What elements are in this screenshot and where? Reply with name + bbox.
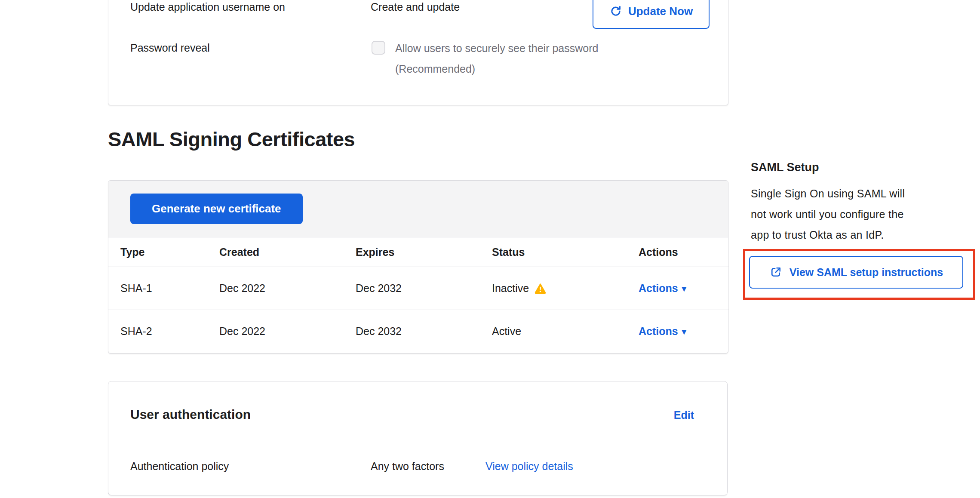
certificates-table: Type Created Expires Status Actions SHA-… (108, 238, 729, 353)
edit-link[interactable]: Edit (674, 409, 694, 421)
password-reveal-checkbox[interactable] (372, 41, 385, 55)
user-authentication-title: User authentication (130, 407, 251, 422)
cell-expires: Dec 2032 (344, 267, 480, 310)
column-header-expires: Expires (344, 238, 480, 267)
cell-created: Dec 2022 (207, 310, 344, 353)
actions-dropdown[interactable]: Actions ▾ (639, 325, 686, 338)
saml-setup-description: Single Sign On using SAML will not work … (751, 183, 923, 245)
cell-actions: Actions ▾ (627, 310, 729, 353)
cell-type: SHA-1 (108, 267, 207, 310)
certificates-toolbar: Generate new certificate (108, 181, 728, 237)
update-now-label: Update Now (628, 5, 693, 18)
password-reveal-option-line2: (Recommended) (395, 63, 475, 75)
refresh-icon (609, 5, 622, 18)
external-link-icon (769, 266, 782, 279)
status-text: Inactive (492, 282, 529, 295)
update-now-button[interactable]: Update Now (593, 0, 710, 29)
table-header-row: Type Created Expires Status Actions (108, 238, 729, 267)
column-header-status: Status (480, 238, 627, 267)
status-text: Active (492, 325, 521, 338)
password-reveal-label: Password reveal (130, 42, 210, 54)
column-header-type: Type (108, 238, 207, 267)
generate-new-certificate-button[interactable]: Generate new certificate (130, 194, 303, 224)
page-title: SAML Signing Certificates (108, 127, 355, 151)
saml-certificates-card: Generate new certificate Type Created Ex… (108, 180, 728, 354)
actions-label: Actions (639, 325, 678, 338)
table-row: SHA-1 Dec 2022 Dec 2032 Inactive (108, 267, 729, 310)
cell-status: Active (480, 310, 627, 353)
actions-dropdown[interactable]: Actions ▾ (639, 282, 686, 295)
column-header-actions: Actions (627, 238, 729, 267)
application-settings-card: Update application username on Create an… (108, 0, 728, 105)
table-row: SHA-2 Dec 2022 Dec 2032 Active Actions ▾ (108, 310, 729, 353)
cell-actions: Actions ▾ (627, 267, 729, 310)
column-header-created: Created (207, 238, 344, 267)
cell-type: SHA-2 (108, 310, 207, 353)
view-saml-setup-instructions-label: View SAML setup instructions (790, 266, 943, 279)
actions-label: Actions (639, 282, 678, 295)
authentication-policy-label: Authentication policy (130, 460, 229, 473)
cell-created: Dec 2022 (207, 267, 344, 310)
page: Update application username on Create an… (0, 0, 980, 498)
warning-icon (535, 283, 546, 294)
cell-status: Inactive (480, 267, 627, 310)
cell-expires: Dec 2032 (344, 310, 480, 353)
authentication-policy-value: Any two factors (371, 460, 444, 473)
user-authentication-card: User authentication Edit Authentication … (108, 381, 728, 495)
chevron-down-icon: ▾ (682, 284, 686, 293)
username-update-value: Create and update (371, 1, 460, 13)
view-saml-setup-instructions-button[interactable]: View SAML setup instructions (749, 256, 963, 289)
username-update-label: Update application username on (130, 1, 285, 13)
chevron-down-icon: ▾ (682, 327, 686, 336)
password-reveal-option-line1: Allow users to securely see their passwo… (395, 42, 598, 55)
view-policy-details-link[interactable]: View policy details (485, 460, 573, 473)
saml-setup-title: SAML Setup (751, 161, 819, 174)
